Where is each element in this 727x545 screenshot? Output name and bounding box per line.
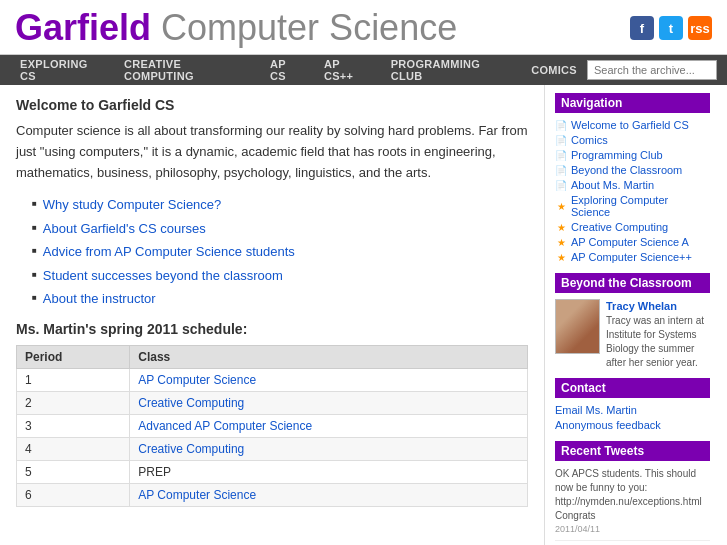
- tweet-text: OK APCS students. This should now be fun…: [555, 468, 702, 521]
- list-item: About the instructor: [32, 289, 528, 309]
- about-courses-link[interactable]: About Garfield's CS courses: [43, 219, 206, 239]
- beyond-card: Tracy Whelan Tracy was an intern at Inst…: [555, 299, 710, 370]
- nav-item-programming-club[interactable]: Programming Club: [381, 55, 522, 85]
- search-input[interactable]: [587, 60, 717, 80]
- page-icon: 📄: [555, 119, 567, 131]
- advice-link[interactable]: Advice from AP Computer Science students: [43, 242, 295, 262]
- period-cell: 6: [17, 483, 130, 506]
- class-cell: AP Computer Science: [130, 368, 528, 391]
- class-cell: PREP: [130, 460, 528, 483]
- period-cell: 1: [17, 368, 130, 391]
- sidebar: Navigation 📄 Welcome to Garfield CS 📄 Co…: [545, 85, 720, 545]
- table-row: 4 Creative Computing: [17, 437, 528, 460]
- sidebar-contact-title: Contact: [555, 378, 710, 398]
- sidebar-item-ap-cs-a: ★ AP Computer Science A: [555, 236, 710, 248]
- anonymous-feedback-link[interactable]: Anonymous feedback: [555, 419, 710, 431]
- sidebar-link-beyond[interactable]: Beyond the Classroom: [571, 164, 682, 176]
- rss-icon[interactable]: rss: [688, 16, 712, 40]
- class-cell: Creative Computing: [130, 391, 528, 414]
- list-item: About Garfield's CS courses: [32, 219, 528, 239]
- beyond-card-text: Tracy Whelan Tracy was an intern at Inst…: [606, 299, 710, 370]
- class-link[interactable]: AP Computer Science: [138, 373, 256, 387]
- beyond-card-description: Tracy was an intern at Institute for Sys…: [606, 315, 704, 368]
- page-icon: 📄: [555, 149, 567, 161]
- tweet-date: 2011/04/11: [555, 523, 710, 536]
- welcome-title: Welcome to Garfield CS: [16, 97, 528, 113]
- sidebar-item-exploring-cs: ★ Exploring Computer Science: [555, 194, 710, 218]
- star-icon: ★: [555, 236, 567, 248]
- sidebar-link-creative-computing[interactable]: Creative Computing: [571, 221, 668, 233]
- class-cell: Advanced AP Computer Science: [130, 414, 528, 437]
- period-cell: 3: [17, 414, 130, 437]
- tweet-item: OK APCS students. This should now be fun…: [555, 467, 710, 541]
- table-row: 6 AP Computer Science: [17, 483, 528, 506]
- class-cell: Creative Computing: [130, 437, 528, 460]
- sidebar-tweets-title: Recent Tweets: [555, 441, 710, 461]
- sidebar-item-creative-computing: ★ Creative Computing: [555, 221, 710, 233]
- sidebar-link-exploring-cs[interactable]: Exploring Computer Science: [571, 194, 710, 218]
- contact-links: Email Ms. Martin Anonymous feedback: [555, 404, 710, 431]
- class-link[interactable]: Creative Computing: [138, 442, 244, 456]
- beyond-card-name-link[interactable]: Tracy Whelan: [606, 300, 677, 312]
- main-content: Welcome to Garfield CS Computer science …: [0, 85, 545, 545]
- star-icon: ★: [555, 221, 567, 233]
- page-icon: 📄: [555, 134, 567, 146]
- sidebar-link-about[interactable]: About Ms. Martin: [571, 179, 654, 191]
- sidebar-item-beyond: 📄 Beyond the Classroom: [555, 164, 710, 176]
- sidebar-item-comics: 📄 Comics: [555, 134, 710, 146]
- nav-item-creative-computing[interactable]: Creative Computing: [114, 55, 260, 85]
- student-successes-link[interactable]: Student successes beyond the classroom: [43, 266, 283, 286]
- list-item: Advice from AP Computer Science students: [32, 242, 528, 262]
- sidebar-item-welcome: 📄 Welcome to Garfield CS: [555, 119, 710, 131]
- sidebar-link-programming-club[interactable]: Programming Club: [571, 149, 663, 161]
- sidebar-link-ap-cs-a[interactable]: AP Computer Science A: [571, 236, 689, 248]
- social-icons: f t rss: [630, 16, 712, 40]
- schedule-col-period: Period: [17, 345, 130, 368]
- sidebar-link-comics[interactable]: Comics: [571, 134, 608, 146]
- tweet-list: OK APCS students. This should now be fun…: [555, 467, 710, 545]
- facebook-icon[interactable]: f: [630, 16, 654, 40]
- schedule-title: Ms. Martin's spring 2011 schedule:: [16, 321, 528, 337]
- class-link[interactable]: Advanced AP Computer Science: [138, 419, 312, 433]
- email-ms-martin-link[interactable]: Email Ms. Martin: [555, 404, 710, 416]
- intro-text: Computer science is all about transformi…: [16, 121, 528, 183]
- site-title: Garfield Computer Science: [15, 10, 457, 46]
- page-icon: 📄: [555, 179, 567, 191]
- star-icon: ★: [555, 200, 567, 212]
- sidebar-beyond-title: Beyond the Classroom: [555, 273, 710, 293]
- site-header: Garfield Computer Science f t rss: [0, 0, 727, 55]
- star-icon: ★: [555, 251, 567, 263]
- schedule-table: Period Class 1 AP Computer Science 2 Cre…: [16, 345, 528, 507]
- sidebar-item-programming-club: 📄 Programming Club: [555, 149, 710, 161]
- site-title-garfield: Garfield: [15, 7, 151, 48]
- avatar: [556, 300, 599, 353]
- page-icon: 📄: [555, 164, 567, 176]
- site-title-cs: Computer Science: [151, 7, 457, 48]
- list-item: Why study Computer Science?: [32, 195, 528, 215]
- sidebar-link-ap-cs-plus[interactable]: AP Computer Science++: [571, 251, 692, 263]
- period-cell: 4: [17, 437, 130, 460]
- class-cell: AP Computer Science: [130, 483, 528, 506]
- nav-item-ap-cs[interactable]: AP CS: [260, 55, 314, 85]
- content-wrapper: Welcome to Garfield CS Computer science …: [0, 85, 727, 545]
- table-row: 3 Advanced AP Computer Science: [17, 414, 528, 437]
- sidebar-link-welcome[interactable]: Welcome to Garfield CS: [571, 119, 689, 131]
- period-cell: 2: [17, 391, 130, 414]
- class-link[interactable]: Creative Computing: [138, 396, 244, 410]
- period-cell: 5: [17, 460, 130, 483]
- nav-item-ap-cs-plus[interactable]: AP CS++: [314, 55, 381, 85]
- class-link[interactable]: AP Computer Science: [138, 488, 256, 502]
- list-item: Student successes beyond the classroom: [32, 266, 528, 286]
- main-link-list: Why study Computer Science? About Garfie…: [32, 195, 528, 309]
- sidebar-navigation-title: Navigation: [555, 93, 710, 113]
- nav-item-exploring-cs[interactable]: Exploring CS: [10, 55, 114, 85]
- why-cs-link[interactable]: Why study Computer Science?: [43, 195, 221, 215]
- sidebar-nav-list: 📄 Welcome to Garfield CS 📄 Comics 📄 Prog…: [555, 119, 710, 263]
- twitter-icon[interactable]: t: [659, 16, 683, 40]
- table-row: 5 PREP: [17, 460, 528, 483]
- nav-item-comics[interactable]: Comics: [521, 55, 587, 85]
- about-instructor-link[interactable]: About the instructor: [43, 289, 156, 309]
- sidebar-item-ap-cs-plus: ★ AP Computer Science++: [555, 251, 710, 263]
- table-row: 1 AP Computer Science: [17, 368, 528, 391]
- navbar: Exploring CS Creative Computing AP CS AP…: [0, 55, 727, 85]
